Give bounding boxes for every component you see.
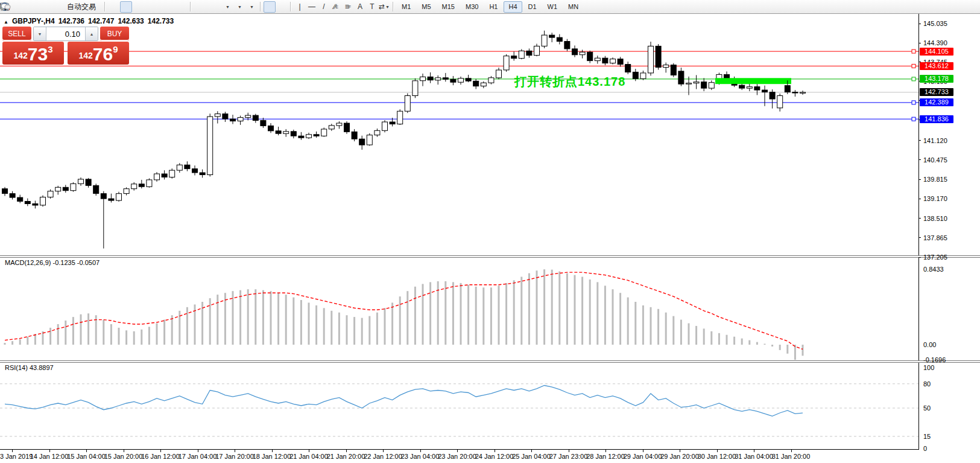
time-axis-label: 31 Jan 04:00 bbox=[735, 453, 773, 460]
trendline-button[interactable]: / bbox=[318, 1, 330, 13]
price-line-label[interactable]: 142.389 bbox=[920, 98, 953, 106]
candle bbox=[124, 189, 129, 194]
rsi-axis-label: 15 bbox=[923, 433, 931, 440]
candle bbox=[101, 194, 106, 199]
tool-sub-label: F bbox=[349, 5, 351, 9]
timeframe-m5-button[interactable]: M5 bbox=[417, 1, 435, 13]
volume-increase-button[interactable]: ▲ bbox=[85, 27, 98, 40]
cursor-button[interactable] bbox=[264, 1, 276, 13]
rsi-pane[interactable] bbox=[0, 363, 918, 449]
candle bbox=[450, 79, 456, 82]
timeframe-h4-button[interactable]: H4 bbox=[504, 1, 522, 13]
text-label-button[interactable]: T bbox=[366, 1, 378, 13]
timeframe-mn-button[interactable]: MN bbox=[563, 1, 583, 13]
indicators-button[interactable]: ▼ bbox=[221, 1, 233, 13]
volume-input[interactable]: 0.10 bbox=[46, 27, 85, 40]
line-drag-handle[interactable] bbox=[912, 101, 915, 104]
fibonacci-retracement-button[interactable]: ≡F bbox=[342, 1, 354, 13]
zoom-out-button[interactable] bbox=[161, 1, 173, 13]
price-line-label[interactable]: 143.178 bbox=[920, 75, 953, 83]
new-order-button[interactable] bbox=[13, 1, 25, 13]
candle bbox=[139, 184, 144, 187]
price-tick-label: 141.120 bbox=[923, 137, 947, 144]
candle bbox=[618, 59, 623, 65]
arrows-button[interactable]: ⇄▼ bbox=[378, 1, 390, 13]
chat-button[interactable] bbox=[962, 1, 974, 13]
timeframe-d1-button[interactable]: D1 bbox=[523, 1, 542, 13]
autotrading-button[interactable]: 自动交易 bbox=[63, 1, 98, 13]
macd-axis-label: 0.8433 bbox=[923, 266, 944, 273]
candle bbox=[511, 56, 517, 59]
text-button[interactable]: A bbox=[354, 1, 366, 13]
pane-splitter[interactable] bbox=[0, 255, 980, 258]
line-drag-handle[interactable] bbox=[912, 64, 915, 68]
candle bbox=[329, 126, 334, 129]
chart-bars-button[interactable] bbox=[108, 1, 120, 13]
zoom-in-button[interactable] bbox=[149, 1, 161, 13]
line-drag-handle[interactable] bbox=[912, 49, 915, 53]
price-line-label[interactable]: 141.836 bbox=[920, 115, 953, 123]
line-drag-handle[interactable] bbox=[912, 77, 915, 81]
candle bbox=[466, 78, 471, 81]
timeframe-m15-button[interactable]: M15 bbox=[437, 1, 460, 13]
timeframe-m30-button[interactable]: M30 bbox=[461, 1, 483, 13]
price-line-label[interactable]: 142.733 bbox=[920, 88, 953, 96]
macd-pane[interactable] bbox=[0, 258, 918, 360]
crosshair-button[interactable] bbox=[276, 1, 288, 13]
timeframe-h1-button[interactable]: H1 bbox=[484, 1, 502, 13]
sell-button[interactable]: SELL bbox=[2, 27, 31, 41]
macd-axis-label: -0.1696 bbox=[923, 356, 946, 363]
time-tick-mark bbox=[86, 450, 87, 452]
auto-scroll-button[interactable] bbox=[194, 1, 206, 13]
main-chart-pane[interactable] bbox=[0, 13, 918, 255]
price-tick-mark bbox=[918, 24, 921, 24]
tile-windows-button[interactable] bbox=[175, 1, 188, 13]
vertical-line-button[interactable]: | bbox=[294, 1, 306, 13]
price-tick-label: 139.170 bbox=[923, 195, 947, 202]
buy-button[interactable]: BUY bbox=[100, 27, 129, 41]
candle bbox=[663, 65, 669, 68]
price-tick-mark bbox=[918, 257, 921, 258]
candle bbox=[215, 114, 220, 117]
horizontal-line-button[interactable]: — bbox=[306, 1, 318, 13]
time-axis-label: 28 Jan 12:00 bbox=[586, 453, 625, 460]
templates-button[interactable]: ▼ bbox=[245, 1, 258, 13]
chart-line-button[interactable] bbox=[132, 1, 144, 13]
price-axis[interactable]: 145.035144.390143.745143.100142.455141.8… bbox=[918, 13, 980, 450]
highlight-band[interactable] bbox=[715, 78, 791, 84]
equidistant-channel-button[interactable]: ∕∕E bbox=[330, 1, 342, 13]
buy-price-pip: 9 bbox=[113, 44, 118, 54]
collapse-panel-icon[interactable]: ▲ bbox=[4, 19, 8, 25]
time-tick-mark bbox=[754, 450, 754, 452]
sell-price-tile[interactable]: 142 73 3 bbox=[2, 42, 64, 65]
time-tick-mark bbox=[680, 450, 680, 452]
price-line-label[interactable]: 143.612 bbox=[920, 62, 953, 70]
signals-button[interactable] bbox=[46, 1, 58, 13]
buy-price-tile[interactable]: 142 76 9 bbox=[68, 42, 129, 65]
candle bbox=[633, 72, 638, 78]
candle bbox=[359, 139, 365, 145]
market-watch-button[interactable] bbox=[30, 1, 42, 13]
timeframe-m1-button[interactable]: M1 bbox=[397, 1, 416, 13]
candle bbox=[405, 96, 410, 112]
search-button[interactable] bbox=[950, 1, 962, 13]
candle bbox=[428, 77, 433, 80]
time-tick-mark bbox=[235, 450, 235, 452]
candle bbox=[557, 37, 562, 41]
chart-shift-button[interactable] bbox=[206, 1, 218, 13]
time-axis[interactable]: 3 Jan 201914 Jan 12:0015 Jan 04:0015 Jan… bbox=[0, 450, 918, 463]
volume-decrease-button[interactable]: ▼ bbox=[34, 27, 46, 40]
open-price: 142.736 bbox=[58, 17, 84, 25]
candle bbox=[131, 184, 137, 189]
macd-signal-line bbox=[5, 272, 803, 349]
price-tick-label: 139.815 bbox=[923, 176, 947, 183]
low-price: 142.633 bbox=[118, 17, 144, 25]
timeframe-w1-button[interactable]: W1 bbox=[543, 1, 563, 13]
candle bbox=[390, 122, 395, 124]
chart-text-annotation[interactable]: 打开转折点143.178 bbox=[514, 74, 625, 90]
line-drag-handle[interactable] bbox=[912, 117, 915, 121]
periods-button[interactable]: ▼ bbox=[233, 1, 245, 13]
price-line-label[interactable]: 144.105 bbox=[920, 48, 953, 56]
chart-candles-button[interactable] bbox=[120, 1, 132, 13]
pane-splitter[interactable] bbox=[0, 360, 980, 363]
